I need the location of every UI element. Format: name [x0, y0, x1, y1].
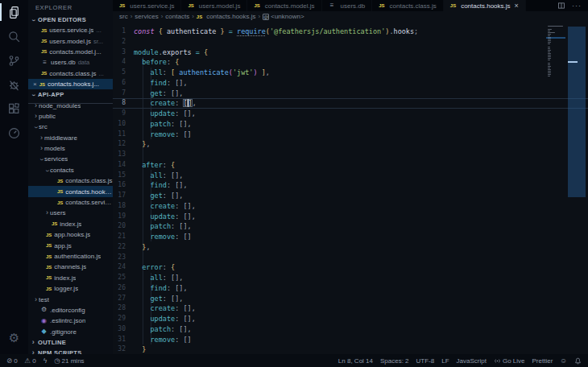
status-warnings[interactable]: ⚠0	[25, 357, 36, 365]
line-number: 8	[113, 98, 134, 109]
status-cursor-position[interactable]: Ln 8, Col 14	[338, 357, 373, 365]
tree-item-label: logger.js	[54, 285, 78, 292]
open-editor-item[interactable]: JScontacts.class.js...	[28, 68, 113, 79]
chevron-down-icon: ›	[38, 157, 45, 163]
breadcrumb-item[interactable]: src	[119, 13, 128, 20]
clock-icon[interactable]	[0, 121, 28, 145]
js-file-icon: JS	[41, 71, 47, 76]
open-editors-header[interactable]: › OPEN EDITORS	[28, 14, 113, 25]
tree-item[interactable]: ›node_modules	[28, 100, 113, 110]
code-editor[interactable]: 1const { authenticate } = require('@feat…	[113, 22, 588, 354]
editor-tab[interactable]: JSusers.service.js	[113, 0, 181, 11]
open-editor-path: ...	[99, 70, 104, 77]
tree-item[interactable]: ›services	[28, 154, 113, 164]
status-feedback[interactable]: ☺	[560, 357, 567, 365]
status-notifications[interactable]	[574, 357, 582, 365]
open-editor-label: contacts.hooks.j...	[48, 80, 99, 88]
breadcrumb-item[interactable]: JScontacts.hooks.js	[197, 13, 256, 20]
code-text: patch: [],	[134, 221, 192, 232]
open-editor-item[interactable]: JScontacts.model.j...	[28, 47, 113, 57]
open-editor-item[interactable]: JSusers.service.js...	[28, 25, 113, 35]
section-outline[interactable]: ›OUTLINE	[28, 337, 113, 348]
tree-item-label: node_modules	[39, 102, 81, 109]
chevron-right-icon: ›	[33, 102, 39, 109]
tree-item[interactable]: ›contacts	[28, 165, 113, 175]
explorer-icon[interactable]	[0, 0, 28, 24]
status-indentation[interactable]: Spaces: 2	[380, 357, 409, 365]
editor-tab[interactable]: ≡users.db	[322, 0, 373, 11]
status-errors[interactable]: ⊘0	[6, 357, 18, 365]
tree-item[interactable]: JScontacts.class.js	[28, 175, 113, 186]
vscode-window: ⚙ EXPLORER › OPEN EDITORS JSusers.servic…	[0, 0, 588, 367]
line-number: 15	[113, 171, 134, 181]
tree-item[interactable]: ›src	[28, 122, 113, 132]
code-line: 25 all: [],	[113, 273, 588, 283]
tree-item[interactable]: JSindex.js	[28, 273, 113, 283]
status-label: Spaces: 2	[380, 357, 409, 365]
tree-item[interactable]: JSapp.hooks.js	[28, 229, 113, 240]
open-editor-item[interactable]: ×JScontacts.hooks.j...	[28, 79, 113, 89]
tree-item[interactable]: JScontacts.service.js	[28, 197, 113, 208]
tree-item-label: public	[39, 113, 56, 120]
status-encoding[interactable]: UTF-8	[416, 357, 435, 365]
tree-item-label: authentication.js	[54, 253, 101, 260]
close-icon[interactable]: ×	[515, 2, 519, 10]
tree-item[interactable]: ⚙.editorconfig	[28, 305, 113, 315]
breadcrumb-item[interactable]: contacts	[165, 13, 189, 20]
line-number: 20	[113, 221, 134, 232]
tree-item[interactable]: JSlogger.js	[28, 283, 113, 294]
open-editor-item[interactable]: ≡users.dbdata	[28, 57, 113, 68]
sidebar-sections: ›OUTLINE›NPM SCRIPTS	[28, 337, 113, 354]
chevron-right-icon: ›	[39, 134, 44, 142]
tree-item[interactable]: JSauthentication.js	[28, 251, 113, 262]
status-label: UTF-8	[416, 357, 435, 365]
more-actions-icon[interactable]: ···	[572, 2, 582, 10]
scrollbar-slider[interactable]	[568, 27, 586, 197]
js-file-icon: JS	[46, 254, 52, 259]
status-language-mode[interactable]: JavaScript	[457, 357, 487, 365]
code-text: const { authenticate } = require('@feath…	[134, 27, 418, 37]
status-eol[interactable]: LF	[441, 357, 449, 365]
split-editor-icon[interactable]	[557, 2, 565, 10]
chevron-down-icon: ›	[43, 168, 51, 174]
line-number: 2	[113, 37, 134, 47]
explorer-sidebar: EXPLORER › OPEN EDITORS JSusers.service.…	[28, 0, 113, 354]
manage-gear-icon[interactable]: ⚙	[0, 325, 28, 349]
close-icon[interactable]: ×	[33, 80, 37, 88]
editor-tab[interactable]: JScontacts.hooks.js×	[444, 0, 526, 11]
open-editor-item[interactable]: JSusers.model.jssr...	[28, 35, 113, 46]
debug-icon[interactable]	[0, 72, 28, 97]
extensions-icon[interactable]	[0, 97, 28, 121]
tree-item[interactable]: JScontacts.hooks.js	[28, 186, 113, 196]
status-zap[interactable]: ϟ	[43, 357, 48, 365]
breadcrumb-item[interactable]: services	[135, 13, 158, 20]
breadcrumb-item[interactable]: @<unknown>	[263, 13, 304, 20]
source-control-icon[interactable]	[0, 48, 28, 72]
search-icon[interactable]	[0, 24, 28, 48]
tree-item[interactable]: ›public	[28, 111, 113, 122]
tree-item[interactable]: JSindex.js	[28, 219, 113, 229]
tree-item[interactable]: ›middleware	[28, 133, 113, 143]
warning-icon: ⚠	[25, 357, 31, 365]
tree-item[interactable]: ›models	[28, 143, 113, 154]
code-line: 3module.exports = {	[113, 47, 588, 58]
tree-item[interactable]: JSapp.js	[28, 240, 113, 250]
editor-tab[interactable]: JScontacts.class.js	[372, 0, 444, 11]
status-go-live[interactable]: Go Live	[494, 357, 525, 365]
js-file-icon: JS	[46, 287, 52, 291]
js-file-icon: JS	[197, 14, 202, 19]
status-prettier[interactable]: Prettier	[532, 357, 553, 365]
project-header[interactable]: › API-APP	[28, 89, 113, 100]
tab-label: users.db	[341, 2, 366, 10]
tree-item[interactable]: ›users	[28, 208, 113, 218]
section-npm-scripts[interactable]: ›NPM SCRIPTS	[28, 348, 113, 354]
editor-tab[interactable]: JSusers.model.js	[181, 0, 247, 11]
status-label: Ln 8, Col 14	[338, 357, 373, 365]
tree-item[interactable]: ◉.eslintrc.json	[28, 315, 113, 326]
tree-item[interactable]: ◆.gitignore	[28, 327, 113, 337]
tree-item[interactable]: ›test	[28, 294, 113, 304]
editor-tab[interactable]: JScontacts.model.js	[247, 0, 321, 11]
status-time-tracker[interactable]: ◷21 mins	[54, 357, 84, 365]
tree-item[interactable]: JSchannels.js	[28, 262, 113, 272]
editor-actions: ···	[557, 0, 588, 11]
